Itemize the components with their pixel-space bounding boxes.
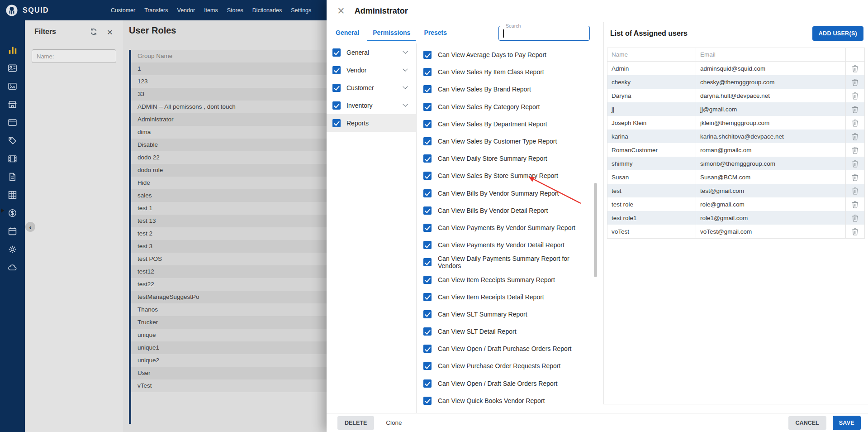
delete-user-button[interactable] bbox=[845, 143, 864, 157]
window-icon[interactable] bbox=[7, 117, 18, 128]
checkbox-checked-icon[interactable] bbox=[423, 154, 432, 163]
checkbox-checked-icon[interactable] bbox=[423, 345, 432, 353]
checkbox-checked-icon[interactable] bbox=[332, 84, 341, 92]
role-row[interactable]: Trucker bbox=[131, 316, 327, 329]
delete-user-button[interactable] bbox=[845, 225, 864, 238]
checkbox-checked-icon[interactable] bbox=[423, 189, 432, 197]
nav-item-stores[interactable]: Stores bbox=[227, 7, 243, 14]
checkbox-checked-icon[interactable] bbox=[423, 103, 432, 111]
checkbox-checked-icon[interactable] bbox=[423, 224, 432, 232]
role-row[interactable]: Administrator bbox=[131, 113, 327, 126]
role-row[interactable]: Thanos bbox=[131, 303, 327, 316]
category-reports[interactable]: Reports bbox=[327, 114, 416, 132]
role-row[interactable]: test22 bbox=[131, 278, 327, 291]
search-field[interactable]: Search bbox=[498, 26, 590, 41]
checkbox-checked-icon[interactable] bbox=[423, 85, 432, 93]
nav-item-vendor[interactable]: Vendor bbox=[177, 7, 195, 14]
image-icon[interactable] bbox=[7, 81, 18, 91]
search-input[interactable] bbox=[499, 26, 589, 40]
grid-icon[interactable] bbox=[7, 189, 18, 200]
delete-user-button[interactable] bbox=[845, 116, 864, 130]
nav-item-dictionaries[interactable]: Dictionaries bbox=[252, 7, 282, 14]
role-row[interactable]: ADMIN -- All pemissons , dont touch bbox=[131, 101, 327, 113]
delete-user-button[interactable] bbox=[845, 75, 864, 89]
checkbox-checked-icon[interactable] bbox=[423, 137, 432, 145]
checkbox-checked-icon[interactable] bbox=[423, 310, 432, 318]
nav-item-customer[interactable]: Customer bbox=[111, 7, 135, 14]
film-icon[interactable] bbox=[7, 153, 18, 164]
checkbox-checked-icon[interactable] bbox=[332, 66, 341, 74]
chevron-down-icon[interactable] bbox=[403, 66, 408, 71]
role-row[interactable]: test 2 bbox=[131, 227, 327, 240]
role-row[interactable]: testManageSuggestPo bbox=[131, 291, 327, 303]
tab-presets[interactable]: Presets bbox=[418, 25, 452, 41]
role-row[interactable]: User bbox=[131, 367, 327, 379]
delete-user-button[interactable] bbox=[845, 89, 864, 102]
nav-item-settings[interactable]: Settings bbox=[291, 7, 311, 14]
expand-handle-icon[interactable] bbox=[1, 208, 4, 213]
role-row[interactable]: test POS bbox=[131, 253, 327, 265]
checkbox-checked-icon[interactable] bbox=[423, 397, 432, 405]
role-row[interactable]: Disable bbox=[131, 139, 327, 151]
contacts-icon[interactable] bbox=[7, 62, 18, 73]
equalizer-icon[interactable] bbox=[7, 44, 18, 55]
role-row[interactable]: Hide bbox=[131, 177, 327, 189]
role-row[interactable]: test 3 bbox=[131, 240, 327, 253]
delete-user-button[interactable] bbox=[845, 197, 864, 211]
checkbox-checked-icon[interactable] bbox=[332, 48, 341, 57]
store-icon[interactable] bbox=[7, 99, 18, 110]
clone-button[interactable]: Clone bbox=[386, 419, 402, 426]
role-row[interactable]: dodo 22 bbox=[131, 151, 327, 164]
name-filter-input[interactable] bbox=[32, 49, 116, 63]
category-inventory[interactable]: Inventory bbox=[327, 96, 416, 114]
scrollbar-thumb[interactable] bbox=[594, 183, 597, 277]
tag-icon[interactable] bbox=[7, 135, 18, 146]
dollar-icon[interactable] bbox=[7, 207, 18, 218]
checkbox-checked-icon[interactable] bbox=[423, 362, 432, 370]
role-row[interactable]: sales bbox=[131, 189, 327, 202]
refresh-icon[interactable] bbox=[89, 27, 99, 37]
close-modal-icon[interactable]: × bbox=[337, 6, 345, 16]
delete-user-button[interactable] bbox=[845, 184, 864, 197]
category-general[interactable]: General bbox=[327, 43, 416, 61]
checkbox-checked-icon[interactable] bbox=[332, 101, 341, 110]
role-row[interactable]: dodo role bbox=[131, 164, 327, 177]
nav-item-transfers[interactable]: Transfers bbox=[144, 7, 168, 14]
cancel-button[interactable]: CANCEL bbox=[788, 416, 826, 430]
role-row[interactable]: vTest bbox=[131, 379, 327, 392]
delete-user-button[interactable] bbox=[845, 211, 864, 225]
category-vendor[interactable]: Vendor bbox=[327, 61, 416, 79]
role-row[interactable]: 1 bbox=[131, 62, 327, 75]
add-users-button[interactable]: ADD USER(S) bbox=[812, 26, 863, 41]
checkbox-checked-icon[interactable] bbox=[423, 206, 432, 215]
delete-user-button[interactable] bbox=[845, 62, 864, 75]
delete-user-button[interactable] bbox=[845, 157, 864, 170]
checkbox-checked-icon[interactable] bbox=[423, 379, 432, 388]
checkbox-checked-icon[interactable] bbox=[423, 120, 432, 128]
checkbox-checked-icon[interactable] bbox=[423, 172, 432, 180]
role-row[interactable]: 33 bbox=[131, 88, 327, 101]
save-button[interactable]: SAVE bbox=[833, 416, 861, 430]
role-row[interactable]: test 1 bbox=[131, 202, 327, 215]
tab-permissions[interactable]: Permissions bbox=[367, 25, 416, 41]
checkbox-checked-icon[interactable] bbox=[332, 119, 341, 127]
cloud-icon[interactable] bbox=[7, 262, 18, 273]
chevron-down-icon[interactable] bbox=[403, 84, 408, 89]
delete-user-button[interactable] bbox=[845, 102, 864, 116]
close-filters-icon[interactable]: × bbox=[105, 27, 115, 37]
checkbox-checked-icon[interactable] bbox=[423, 51, 432, 59]
role-row[interactable]: unique2 bbox=[131, 354, 327, 367]
role-row[interactable]: dima bbox=[131, 126, 327, 139]
delete-user-button[interactable] bbox=[845, 130, 864, 143]
chevron-down-icon[interactable] bbox=[403, 48, 408, 53]
checkbox-checked-icon[interactable] bbox=[423, 276, 432, 284]
checkbox-checked-icon[interactable] bbox=[423, 327, 432, 336]
role-row[interactable]: test 13 bbox=[131, 215, 327, 227]
delete-user-button[interactable] bbox=[845, 170, 864, 184]
role-row[interactable]: test12 bbox=[131, 265, 327, 278]
role-row[interactable]: 123 bbox=[131, 75, 327, 88]
gear-icon[interactable] bbox=[7, 244, 18, 254]
document-icon[interactable] bbox=[7, 171, 18, 182]
delete-button[interactable]: DELETE bbox=[337, 416, 374, 430]
collapse-panel-button[interactable]: ‹ bbox=[25, 222, 35, 232]
